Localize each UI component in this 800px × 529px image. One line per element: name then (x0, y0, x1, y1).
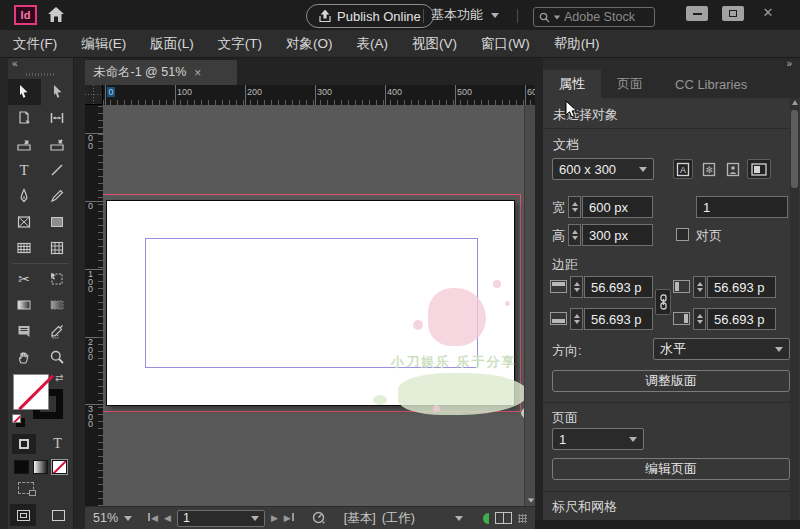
margin-bottom-field[interactable]: 56.693 p (584, 308, 653, 330)
first-page-button[interactable]: ◀ (148, 513, 158, 523)
tab-cc-libraries[interactable]: CC Libraries (659, 70, 763, 98)
margin-outside-stepper[interactable] (693, 308, 706, 330)
formatting-affects-container-button[interactable] (12, 434, 36, 454)
margin-inside-stepper[interactable] (693, 276, 706, 298)
h-ruler[interactable]: 0100200300400500600 (103, 85, 535, 105)
direct-selection-tool[interactable] (41, 79, 74, 105)
gap-tool[interactable] (41, 105, 74, 131)
workspace-switcher[interactable]: 基本功能 (431, 0, 499, 30)
zoom-level[interactable]: 51% (93, 511, 118, 525)
pen-tool[interactable] (8, 183, 41, 209)
height-field[interactable]: 300 px (582, 224, 653, 246)
zoom-tool[interactable] (41, 344, 74, 370)
line-tool[interactable] (41, 157, 74, 183)
menu-window[interactable]: 窗口(W) (481, 35, 530, 53)
formatting-affects-text-button[interactable]: T (46, 434, 70, 454)
maximize-button[interactable] (722, 6, 744, 21)
panels-icon[interactable] (495, 512, 512, 524)
margin-outside-field[interactable]: 56.693 p (707, 308, 776, 330)
menu-edit[interactable]: 编辑(E) (81, 35, 126, 53)
content-placer-tool[interactable] (41, 131, 74, 157)
width-field[interactable]: 600 px (582, 196, 653, 218)
last-page-button[interactable]: ▶ (284, 513, 294, 523)
preflight-profile[interactable]: [基本] (344, 510, 376, 527)
orientation-landscape-button[interactable] (747, 159, 771, 179)
collapse-panels-icon[interactable]: » (543, 58, 800, 70)
collapse-tools-icon[interactable]: « (8, 58, 73, 71)
apply-gradient-button[interactable] (33, 460, 48, 474)
scroll-down-icon[interactable] (528, 499, 534, 503)
menu-file[interactable]: 文件(F) (13, 35, 57, 53)
zoom-chevron-icon[interactable] (124, 516, 132, 521)
content-collector-tool[interactable] (8, 131, 41, 157)
horizontal-grid-tool[interactable] (8, 235, 41, 261)
home-icon[interactable] (47, 6, 65, 26)
swap-fill-stroke-icon[interactable]: ⇄ (55, 372, 63, 383)
vertical-scrollbar[interactable] (524, 105, 535, 506)
note-tool[interactable] (8, 318, 41, 344)
v-ruler[interactable]: 0 001 0 02 0 03 0 0 (85, 105, 103, 506)
margin-top-stepper[interactable] (570, 276, 583, 298)
next-page-button[interactable]: ▶ (271, 513, 278, 523)
menu-object[interactable]: 对象(O) (286, 35, 333, 53)
pencil-tool[interactable] (41, 183, 74, 209)
rectangle-frame-tool[interactable] (8, 209, 41, 235)
intent-mobile-button[interactable] (723, 159, 743, 179)
hand-tool[interactable] (8, 344, 41, 370)
margin-top-field[interactable]: 56.693 p (584, 276, 653, 298)
scissors-tool[interactable]: ✂ (8, 266, 41, 292)
close-tab-icon[interactable]: × (194, 66, 201, 80)
type-tool[interactable]: T (8, 157, 41, 183)
selection-tool[interactable] (8, 79, 41, 105)
resize-grip[interactable] (518, 514, 527, 523)
minimize-button[interactable] (686, 6, 708, 21)
page-number-field[interactable]: 1 (177, 510, 265, 527)
page-select-dropdown[interactable]: 1 (552, 428, 644, 450)
ruler-origin-box[interactable] (85, 85, 103, 105)
tab-properties[interactable]: 属性 (543, 70, 601, 98)
menu-view[interactable]: 视图(V) (412, 35, 457, 53)
vertical-grid-tool[interactable] (41, 235, 74, 261)
screen-mode-preview-button[interactable] (45, 504, 71, 526)
preflight-clock-icon[interactable] (312, 511, 326, 525)
menu-table[interactable]: 表(A) (357, 35, 389, 53)
tab-pages[interactable]: 页面 (601, 70, 659, 98)
link-margins-button[interactable] (655, 289, 671, 315)
margin-inside-field[interactable]: 56.693 p (707, 276, 776, 298)
rectangle-tool[interactable] (41, 209, 74, 235)
tools-drag-handle[interactable] (26, 73, 56, 76)
page-count-field[interactable]: 1 (696, 196, 788, 218)
apply-none-button[interactable] (52, 460, 67, 474)
screen-mode-normal-button[interactable] (10, 504, 36, 526)
close-window-button[interactable]: ✕ (757, 5, 779, 20)
intent-print-button[interactable]: A (673, 159, 693, 179)
menu-help[interactable]: 帮助(H) (554, 35, 600, 53)
width-stepper[interactable] (568, 196, 581, 218)
gradient-feather-tool[interactable] (41, 292, 74, 318)
fill-swatch[interactable] (13, 374, 49, 410)
edit-pages-button[interactable]: 编辑页面 (552, 458, 790, 480)
menu-layout[interactable]: 版面(L) (150, 35, 194, 53)
panel-scrollbar-thumb[interactable] (791, 110, 798, 188)
adjust-layout-button[interactable]: 调整版面 (552, 370, 790, 392)
height-stepper[interactable] (568, 224, 581, 246)
preflight-chevron-icon[interactable] (455, 516, 463, 521)
page-tool[interactable] (8, 105, 41, 131)
view-options-icon[interactable] (18, 482, 34, 494)
apply-color-button[interactable] (14, 460, 29, 474)
previous-page-button[interactable]: ◀ (164, 513, 171, 523)
intent-web-button[interactable]: ✻ (699, 159, 719, 179)
publish-online-button[interactable]: Publish Online (306, 4, 434, 28)
document-tab[interactable]: 未命名-1 @ 51% × (85, 60, 237, 85)
menu-type[interactable]: 文字(T) (218, 35, 262, 53)
panel-splitter[interactable] (535, 58, 543, 529)
direction-dropdown[interactable]: 水平 (653, 338, 790, 360)
adobe-stock-search-input[interactable]: Adobe Stock (533, 7, 655, 27)
scroll-up-icon[interactable] (792, 100, 798, 105)
default-fill-stroke-icon[interactable] (12, 414, 25, 427)
free-transform-tool[interactable] (41, 266, 74, 292)
pasteboard-canvas[interactable]: 小刀娱乐 乐于分享 (103, 105, 524, 506)
color-theme-tool[interactable] (41, 318, 74, 344)
facing-pages-checkbox[interactable] (676, 228, 689, 241)
margin-bottom-stepper[interactable] (570, 308, 583, 330)
